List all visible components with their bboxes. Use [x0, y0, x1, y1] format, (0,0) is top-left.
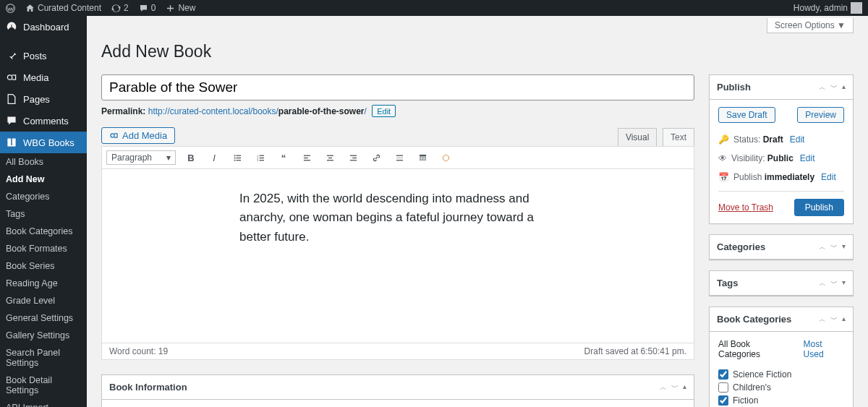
toggle-icon[interactable]: ▴ — [842, 314, 846, 325]
svg-rect-18 — [326, 155, 333, 155]
move-up-icon[interactable]: ︿ — [819, 278, 826, 288]
svg-rect-6 — [236, 157, 241, 158]
tab-all-book-categories[interactable]: All Book Categories — [718, 339, 793, 359]
toggle-icon[interactable]: ▾ — [842, 278, 846, 288]
submenu-book-categories[interactable]: Book Categories — [0, 223, 87, 240]
move-up-icon[interactable]: ︿ — [819, 82, 826, 93]
submenu-book-formates[interactable]: Book Formates — [0, 240, 87, 257]
toggle-icon[interactable]: ▴ — [842, 82, 846, 93]
svg-point-3 — [234, 155, 235, 156]
publish-button[interactable]: Publish — [794, 199, 844, 216]
move-up-icon[interactable]: ︿ — [660, 382, 667, 393]
submenu-general-settings[interactable]: General Settings — [0, 309, 87, 327]
svg-rect-17 — [303, 160, 310, 160]
site-name: Curated Content — [38, 3, 101, 13]
permalink-link[interactable]: http://curated-content.local/books/parab… — [148, 106, 367, 116]
post-title-input[interactable] — [101, 74, 694, 100]
edit-slug-button[interactable]: Edit — [372, 105, 396, 117]
more-button[interactable] — [391, 150, 407, 166]
editor-toolbar: Paragraph▾ B I 123 “ — [102, 147, 694, 169]
screen-options-button[interactable]: Screen Options ▼ — [767, 18, 854, 33]
submenu-categories[interactable]: Categories — [0, 188, 87, 205]
book-categories-title: Book Categories — [717, 314, 819, 325]
add-media-button[interactable]: Add Media — [101, 127, 175, 144]
align-right-button[interactable] — [345, 150, 361, 166]
move-down-icon[interactable]: ﹀ — [830, 278, 838, 288]
edit-status-link[interactable]: Edit — [790, 134, 805, 145]
chevron-down-icon: ▾ — [166, 153, 171, 163]
tab-text[interactable]: Text — [663, 128, 694, 146]
blockquote-button[interactable]: “ — [276, 150, 292, 166]
svg-rect-20 — [326, 160, 333, 160]
category-label: Fiction — [733, 395, 758, 406]
submenu-tags[interactable]: Tags — [0, 205, 87, 223]
format-dropdown[interactable]: Paragraph▾ — [106, 150, 176, 165]
site-name-link[interactable]: Curated Content — [25, 3, 101, 13]
category-checkbox[interactable] — [718, 395, 728, 406]
category-checkbox[interactable] — [718, 369, 728, 380]
align-left-button[interactable] — [299, 150, 315, 166]
svg-rect-26 — [396, 160, 402, 160]
move-down-icon[interactable]: ﹀ — [830, 314, 838, 325]
submenu-book-series[interactable]: Book Series — [0, 257, 87, 275]
toggle-icon[interactable]: ▾ — [842, 242, 846, 252]
admin-menu: Dashboard Posts Media Pages Comments WBG… — [0, 16, 87, 407]
edit-timestamp-link[interactable]: Edit — [821, 172, 836, 182]
svg-rect-29 — [422, 157, 424, 158]
my-account-link[interactable]: Howdy, admin — [793, 2, 862, 14]
move-down-icon[interactable]: ﹀ — [830, 242, 838, 252]
bullet-list-button[interactable] — [229, 150, 245, 166]
book-category-list: Science FictionChildren'sFictionHorrorLG… — [718, 364, 844, 407]
tags-title: Tags — [717, 278, 819, 288]
svg-rect-33 — [424, 159, 426, 160]
tab-most-used[interactable]: Most Used — [804, 339, 844, 359]
submenu-grade-level[interactable]: Grade Level — [0, 292, 87, 309]
menu-dashboard[interactable]: Dashboard — [0, 16, 87, 38]
menu-comments[interactable]: Comments — [0, 110, 87, 132]
edit-visibility-link[interactable]: Edit — [800, 153, 815, 163]
preview-button[interactable]: Preview — [797, 107, 844, 123]
submenu-book-detail-settings[interactable]: Book Detail Settings — [0, 372, 87, 399]
svg-rect-19 — [328, 157, 331, 158]
menu-wbg-books[interactable]: WBG Books — [0, 132, 87, 153]
align-center-button[interactable] — [322, 150, 338, 166]
updates-link[interactable]: 2 — [111, 3, 129, 13]
link-button[interactable] — [368, 150, 384, 166]
wp-logo[interactable] — [6, 4, 15, 13]
italic-button[interactable]: I — [206, 150, 222, 166]
avatar — [851, 2, 862, 14]
move-up-icon[interactable]: ︿ — [819, 242, 826, 252]
move-down-icon[interactable]: ﹀ — [671, 382, 678, 393]
menu-media[interactable]: Media — [0, 67, 87, 88]
submenu-search-panel-settings[interactable]: Search Panel Settings — [0, 344, 87, 372]
submenu-api-import[interactable]: API Import — [0, 399, 87, 407]
tab-visual[interactable]: Visual — [618, 128, 657, 146]
save-draft-button[interactable]: Save Draft — [718, 107, 775, 123]
submenu-add-new[interactable]: Add New — [0, 171, 87, 188]
menu-pages[interactable]: Pages — [0, 88, 87, 110]
category-item: Science Fiction — [718, 368, 844, 381]
new-content-link[interactable]: New — [166, 3, 195, 13]
number-list-button[interactable]: 123 — [252, 150, 268, 166]
category-checkbox[interactable] — [718, 382, 728, 393]
move-down-icon[interactable]: ﹀ — [830, 82, 838, 93]
menu-posts[interactable]: Posts — [0, 45, 87, 67]
toolbar-toggle-button[interactable] — [414, 150, 430, 166]
visibility-icon: 👁 — [718, 153, 727, 163]
submenu-gallery-settings[interactable]: Gallery Settings — [0, 327, 87, 344]
extra-icon[interactable] — [438, 150, 454, 166]
svg-rect-16 — [303, 157, 307, 158]
svg-rect-15 — [303, 155, 310, 155]
bold-button[interactable]: B — [183, 150, 199, 166]
svg-point-1 — [7, 75, 12, 80]
submenu-all-books[interactable]: All Books — [0, 153, 87, 171]
editor-content-area[interactable]: In 2025, with the world descending into … — [102, 169, 694, 343]
move-up-icon[interactable]: ︿ — [819, 314, 826, 325]
toggle-icon[interactable]: ▴ — [683, 382, 686, 393]
comments-link[interactable]: 0 — [139, 3, 156, 13]
svg-rect-23 — [349, 160, 356, 160]
submenu-reading-age[interactable]: Reading Age — [0, 275, 87, 292]
move-to-trash-link[interactable]: Move to Trash — [718, 202, 773, 213]
svg-rect-32 — [422, 159, 424, 160]
svg-rect-24 — [396, 155, 402, 155]
